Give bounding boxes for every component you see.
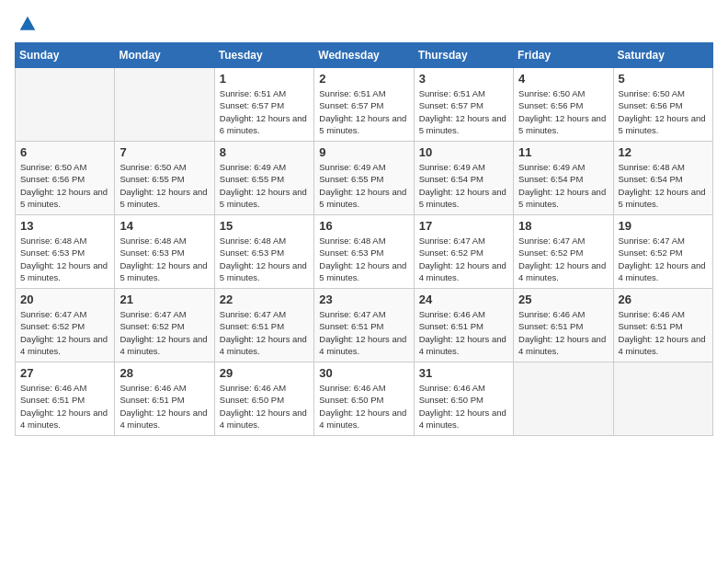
- calendar-cell: 3Sunrise: 6:51 AM Sunset: 6:57 PM Daylig…: [414, 68, 513, 142]
- cell-info: Sunrise: 6:50 AM Sunset: 6:56 PM Dayligh…: [619, 87, 708, 136]
- calendar-cell: 19Sunrise: 6:47 AM Sunset: 6:52 PM Dayli…: [613, 215, 712, 289]
- calendar-table: SundayMondayTuesdayWednesdayThursdayFrid…: [15, 42, 713, 436]
- cell-info: Sunrise: 6:50 AM Sunset: 6:55 PM Dayligh…: [119, 161, 209, 210]
- calendar-week-row: 1Sunrise: 6:51 AM Sunset: 6:57 PM Daylig…: [16, 68, 713, 142]
- day-number: 4: [518, 72, 608, 86]
- calendar-cell: 31Sunrise: 6:46 AM Sunset: 6:50 PM Dayli…: [414, 362, 513, 436]
- day-number: 11: [518, 145, 608, 159]
- cell-info: Sunrise: 6:47 AM Sunset: 6:52 PM Dayligh…: [419, 235, 508, 283]
- calendar-cell: 14Sunrise: 6:48 AM Sunset: 6:53 PM Dayli…: [115, 215, 214, 289]
- cell-info: Sunrise: 6:46 AM Sunset: 6:51 PM Dayligh…: [518, 308, 608, 357]
- calendar-cell: 21Sunrise: 6:47 AM Sunset: 6:52 PM Dayli…: [115, 289, 214, 362]
- calendar-cell: 16Sunrise: 6:48 AM Sunset: 6:53 PM Dayli…: [314, 215, 414, 289]
- cell-info: Sunrise: 6:47 AM Sunset: 6:51 PM Dayligh…: [220, 308, 309, 357]
- calendar-cell: 25Sunrise: 6:46 AM Sunset: 6:51 PM Dayli…: [514, 289, 613, 362]
- calendar-week-row: 13Sunrise: 6:48 AM Sunset: 6:53 PM Dayli…: [16, 215, 713, 289]
- calendar-cell: 15Sunrise: 6:48 AM Sunset: 6:53 PM Dayli…: [214, 215, 313, 289]
- cell-info: Sunrise: 6:48 AM Sunset: 6:53 PM Dayligh…: [220, 235, 309, 283]
- calendar-week-row: 27Sunrise: 6:46 AM Sunset: 6:51 PM Dayli…: [16, 362, 713, 436]
- cell-info: Sunrise: 6:50 AM Sunset: 6:56 PM Dayligh…: [20, 161, 109, 210]
- day-number: 18: [518, 219, 608, 233]
- day-number: 16: [319, 219, 408, 233]
- calendar-cell: 8Sunrise: 6:49 AM Sunset: 6:55 PM Daylig…: [214, 142, 313, 215]
- calendar-cell: [115, 68, 214, 142]
- cell-info: Sunrise: 6:46 AM Sunset: 6:50 PM Dayligh…: [419, 382, 508, 431]
- cell-info: Sunrise: 6:48 AM Sunset: 6:53 PM Dayligh…: [20, 235, 109, 283]
- calendar-cell: 24Sunrise: 6:46 AM Sunset: 6:51 PM Dayli…: [414, 289, 513, 362]
- calendar-cell: 30Sunrise: 6:46 AM Sunset: 6:50 PM Dayli…: [314, 362, 414, 436]
- calendar-header-row: SundayMondayTuesdayWednesdayThursdayFrid…: [16, 43, 713, 68]
- calendar-cell: 23Sunrise: 6:47 AM Sunset: 6:51 PM Dayli…: [314, 289, 414, 362]
- day-number: 15: [220, 219, 309, 233]
- column-header-sunday: Sunday: [16, 43, 115, 68]
- day-number: 26: [619, 293, 708, 306]
- calendar-cell: 22Sunrise: 6:47 AM Sunset: 6:51 PM Dayli…: [214, 289, 313, 362]
- cell-info: Sunrise: 6:51 AM Sunset: 6:57 PM Dayligh…: [220, 87, 309, 136]
- day-number: 1: [220, 72, 309, 86]
- day-number: 6: [20, 145, 109, 159]
- calendar-cell: 20Sunrise: 6:47 AM Sunset: 6:52 PM Dayli…: [16, 289, 115, 362]
- day-number: 9: [319, 145, 408, 159]
- calendar-cell: 28Sunrise: 6:46 AM Sunset: 6:51 PM Dayli…: [115, 362, 214, 436]
- calendar-cell: 2Sunrise: 6:51 AM Sunset: 6:57 PM Daylig…: [314, 68, 414, 142]
- column-header-tuesday: Tuesday: [214, 43, 313, 68]
- cell-info: Sunrise: 6:46 AM Sunset: 6:51 PM Dayligh…: [20, 382, 109, 431]
- calendar-cell: [613, 362, 712, 436]
- day-number: 13: [20, 219, 109, 233]
- calendar-cell: 12Sunrise: 6:48 AM Sunset: 6:54 PM Dayli…: [613, 142, 712, 215]
- day-number: 25: [518, 293, 608, 306]
- calendar-cell: [514, 362, 613, 436]
- cell-info: Sunrise: 6:50 AM Sunset: 6:56 PM Dayligh…: [518, 87, 608, 136]
- day-number: 12: [619, 145, 708, 159]
- calendar-cell: 10Sunrise: 6:49 AM Sunset: 6:54 PM Dayli…: [414, 142, 513, 215]
- calendar-cell: 29Sunrise: 6:46 AM Sunset: 6:50 PM Dayli…: [214, 362, 313, 436]
- cell-info: Sunrise: 6:47 AM Sunset: 6:52 PM Dayligh…: [20, 308, 109, 357]
- calendar-cell: 18Sunrise: 6:47 AM Sunset: 6:52 PM Dayli…: [514, 215, 613, 289]
- day-number: 20: [20, 293, 109, 306]
- logo: [15, 15, 37, 33]
- day-number: 7: [119, 145, 209, 159]
- day-number: 3: [419, 72, 508, 86]
- cell-info: Sunrise: 6:47 AM Sunset: 6:52 PM Dayligh…: [518, 235, 608, 283]
- column-header-saturday: Saturday: [613, 43, 712, 68]
- cell-info: Sunrise: 6:48 AM Sunset: 6:54 PM Dayligh…: [619, 161, 708, 210]
- day-number: 2: [319, 72, 408, 86]
- cell-info: Sunrise: 6:47 AM Sunset: 6:52 PM Dayligh…: [619, 235, 708, 283]
- cell-info: Sunrise: 6:48 AM Sunset: 6:53 PM Dayligh…: [119, 235, 209, 283]
- calendar-cell: 4Sunrise: 6:50 AM Sunset: 6:56 PM Daylig…: [514, 68, 613, 142]
- day-number: 19: [619, 219, 708, 233]
- day-number: 8: [220, 145, 309, 159]
- cell-info: Sunrise: 6:49 AM Sunset: 6:54 PM Dayligh…: [518, 161, 608, 210]
- cell-info: Sunrise: 6:46 AM Sunset: 6:51 PM Dayligh…: [119, 382, 209, 431]
- day-number: 14: [119, 219, 209, 233]
- calendar-cell: 9Sunrise: 6:49 AM Sunset: 6:55 PM Daylig…: [314, 142, 414, 215]
- day-number: 28: [119, 366, 209, 380]
- calendar-cell: 27Sunrise: 6:46 AM Sunset: 6:51 PM Dayli…: [16, 362, 115, 436]
- calendar-cell: [16, 68, 115, 142]
- calendar-cell: 11Sunrise: 6:49 AM Sunset: 6:54 PM Dayli…: [514, 142, 613, 215]
- svg-marker-0: [20, 17, 36, 30]
- calendar-cell: 6Sunrise: 6:50 AM Sunset: 6:56 PM Daylig…: [16, 142, 115, 215]
- day-number: 17: [419, 219, 508, 233]
- day-number: 31: [419, 366, 508, 380]
- calendar-cell: 17Sunrise: 6:47 AM Sunset: 6:52 PM Dayli…: [414, 215, 513, 289]
- day-number: 23: [319, 293, 408, 306]
- logo-icon: [18, 15, 37, 33]
- day-number: 30: [319, 366, 408, 380]
- calendar-cell: 1Sunrise: 6:51 AM Sunset: 6:57 PM Daylig…: [214, 68, 313, 142]
- cell-info: Sunrise: 6:47 AM Sunset: 6:51 PM Dayligh…: [319, 308, 408, 357]
- calendar-cell: 26Sunrise: 6:46 AM Sunset: 6:51 PM Dayli…: [613, 289, 712, 362]
- calendar-cell: 7Sunrise: 6:50 AM Sunset: 6:55 PM Daylig…: [115, 142, 214, 215]
- column-header-monday: Monday: [115, 43, 214, 68]
- day-number: 22: [220, 293, 309, 306]
- cell-info: Sunrise: 6:46 AM Sunset: 6:51 PM Dayligh…: [619, 308, 708, 357]
- cell-info: Sunrise: 6:51 AM Sunset: 6:57 PM Dayligh…: [419, 87, 508, 136]
- calendar-week-row: 6Sunrise: 6:50 AM Sunset: 6:56 PM Daylig…: [16, 142, 713, 215]
- calendar-cell: 13Sunrise: 6:48 AM Sunset: 6:53 PM Dayli…: [16, 215, 115, 289]
- column-header-wednesday: Wednesday: [314, 43, 414, 68]
- column-header-friday: Friday: [514, 43, 613, 68]
- cell-info: Sunrise: 6:46 AM Sunset: 6:50 PM Dayligh…: [220, 382, 309, 431]
- cell-info: Sunrise: 6:51 AM Sunset: 6:57 PM Dayligh…: [319, 87, 408, 136]
- page-header: [15, 15, 713, 33]
- cell-info: Sunrise: 6:48 AM Sunset: 6:53 PM Dayligh…: [319, 235, 408, 283]
